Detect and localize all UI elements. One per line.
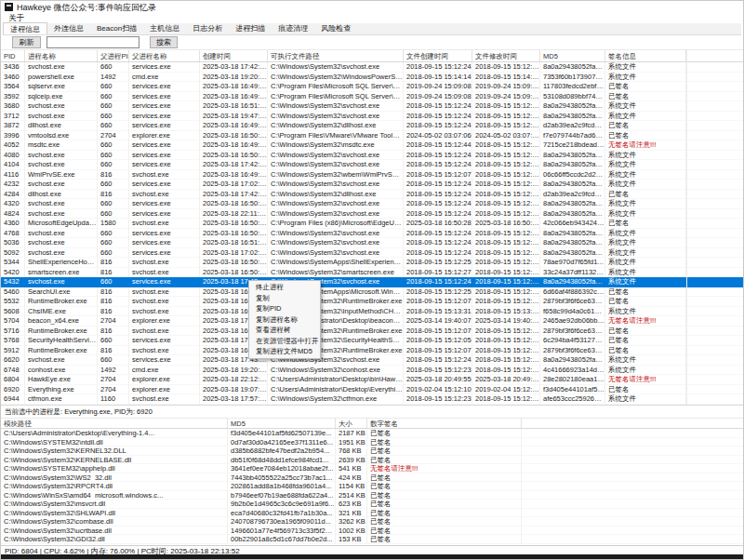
process-row[interactable]: 5532RuntimeBroker.exe816svchost.exe2025-… (1, 297, 744, 307)
module-row[interactable]: C:\Windows\System32\msvcrt.dll9b2b0e1d49… (1, 500, 744, 509)
cell-md5: 8a0a29438052faed8a... (540, 180, 605, 190)
cell-size: 1002 KB (336, 527, 367, 536)
process-row[interactable]: 3436svchost.exe660services.exe2025-03-18… (1, 62, 744, 73)
process-row[interactable]: 4052msdtc.exe660services.exe2025-03-18 1… (1, 140, 744, 151)
cell-_ (686, 151, 744, 161)
column-header[interactable]: 父进程名称 (129, 50, 200, 61)
process-row[interactable]: 4232svchost.exe660services.exe2025-03-18… (1, 180, 744, 190)
process-row[interactable]: 4080svchost.exe660services.exe2025-03-18… (1, 151, 744, 161)
cell-ctime: 2025-03-18 16:50:29 (200, 219, 268, 229)
process-row[interactable]: 4104svchost.exe660services.exe2025-03-18… (1, 160, 744, 170)
module-row[interactable]: C:\Windows\System32\SHLWAPI.dlleca7d4068… (1, 509, 744, 518)
process-row[interactable]: 3460powershell.exe1492cmd.exe2025-03-18 … (1, 73, 744, 83)
column-header[interactable]: 签名信息 (605, 50, 686, 61)
refresh-button[interactable]: 刷新 (12, 36, 41, 48)
process-row[interactable]: 6748conhost.exe1492cmd.exe2025-03-18 19:… (1, 366, 744, 376)
process-row[interactable]: 4320svchost.exe660services.exe2025-03-18… (1, 199, 744, 209)
module-row[interactable]: C:\Windows\System32\combase.dll240708796… (1, 517, 744, 527)
column-header[interactable]: 创建时间 (200, 50, 268, 61)
tab-item-3[interactable]: 主机信息 (143, 22, 186, 34)
process-row[interactable]: 5912RuntimeBroker.exe816svchost.exe2025-… (1, 346, 744, 356)
cell-_ (686, 160, 744, 170)
cell-fctime: 2018-09-15 15:14:14 (404, 73, 472, 83)
cell-pid: 3680 (1, 101, 25, 112)
module-row[interactable]: C:\Windows\System32\GDI32.dll00b22901a8c… (1, 535, 744, 544)
context-menu-item-6[interactable]: 复制进程文件MD5 (249, 346, 320, 357)
context-menu-item-4[interactable]: 查看进程树 (249, 325, 320, 336)
column-header[interactable]: 可执行文件路径 (268, 50, 404, 61)
process-row[interactable]: 5092svchost.exe660services.exe2025-03-18… (1, 248, 744, 259)
module-row[interactable]: C:\Windows\System32\ucrtbase.dll1496601a… (1, 527, 744, 536)
process-row[interactable]: 5768SecurityHealthServic...660services.e… (1, 336, 744, 346)
process-row[interactable]: 6620svchost.exe660services.exe2025-03-18… (1, 355, 744, 366)
process-row[interactable]: 5344ShellExperienceHost.e...816svchost.e… (1, 258, 744, 268)
context-menu-item-3[interactable]: 复制进程名称 (249, 314, 320, 326)
cell-_ (522, 535, 744, 544)
process-row[interactable]: 3996vmtoolsd.exe2704explorer.exe2025-03-… (1, 131, 744, 141)
column-header[interactable]: PID (1, 50, 25, 61)
module-row[interactable]: C:\Windows\System32\WS2_32.dll7443bb4055… (1, 473, 744, 483)
process-row[interactable]: 4284dllhost.exe816svchost.exe2025-03-18 … (1, 190, 744, 200)
context-menu-item-1[interactable]: 复制 (249, 293, 320, 304)
module-table-header: 模块路径MD5大小数字签名 (1, 418, 744, 429)
process-row[interactable]: 3680svchost.exe660services.exe2025-03-18… (1, 101, 744, 112)
process-row[interactable]: 3872dllhost.exe660services.exe2025-03-18… (1, 121, 744, 131)
tab-item-6[interactable]: 痕迹清理 (272, 22, 314, 34)
module-row[interactable]: C:\Windows\SYSTEM32\ntdll.dll0d7af30d0a4… (1, 438, 744, 447)
cell-md5: 7353f60b1739074eb1... (540, 73, 605, 83)
process-row[interactable]: 6920Everything.exe2704explorer.exe2025-0… (1, 385, 744, 395)
column-header[interactable]: 文件修改时间 (472, 50, 540, 61)
cell-pname: svchost.exe (129, 170, 200, 180)
cell-path: C:\Windows\System32\svchost.exe (268, 62, 404, 73)
tab-item-2[interactable]: Beacon扫描 (90, 22, 143, 34)
module-row[interactable]: C:\Windows\System32\RPCRT4.dll202861add8… (1, 482, 744, 491)
tab-item-4[interactable]: 日志分析 (186, 22, 229, 34)
context-menu-item-5[interactable]: 在资源管理器中打开 (249, 336, 320, 347)
process-row[interactable]: 6804HawkEye.exe2704explorer.exe2025-03-1… (1, 375, 744, 385)
process-row-selected[interactable]: 5432svchost.exe660services.exe2025-03-18… (1, 277, 744, 287)
process-row[interactable]: 5460SearchUI.exe816svchost.exe2025-03-18… (1, 287, 744, 298)
column-header[interactable]: 进程名称 (25, 50, 98, 61)
column-header[interactable]: 文件创建时间 (404, 50, 472, 61)
search-button[interactable]: 搜索 (150, 36, 178, 48)
tab-item-5[interactable]: 进程扫描 (229, 22, 272, 34)
module-row[interactable]: C:\Windows\System32\KERNEL32.DLLd385b688… (1, 447, 744, 456)
process-row[interactable]: 3564sqlservr.exe660services.exe2025-03-1… (1, 82, 744, 92)
app-icon (5, 3, 13, 11)
context-menu-item-2[interactable]: 复制PID (249, 303, 320, 314)
tab-item-1[interactable]: 外连信息 (47, 22, 90, 34)
cell-_ (686, 121, 744, 131)
cell-size: 2639 KB (336, 456, 367, 465)
process-row[interactable]: 3592sqlceip.exe660services.exe2025-03-18… (1, 92, 744, 102)
process-row[interactable]: 5608ChsIME.exe816svchost.exe2025-03-18 1… (1, 307, 744, 317)
module-row[interactable]: C:\Users\Administrator\Desktop\Everythin… (1, 429, 744, 438)
column-header[interactable]: 模块路径 (1, 419, 228, 428)
cell-_ (686, 131, 744, 141)
column-header[interactable]: MD5 (540, 50, 605, 61)
column-header[interactable]: MD5 (228, 419, 336, 428)
process-row[interactable]: 3712svchost.exe660services.exe2025-03-18… (1, 112, 744, 122)
cell-ppid: 2704 (98, 131, 129, 141)
module-row[interactable]: C:\Windows\WinSxS\amd64_microsoft.window… (1, 491, 744, 500)
cell-name: svchost.exe (25, 209, 98, 220)
tab-item-7[interactable]: 风险检查 (314, 22, 357, 34)
tab-item-0[interactable]: 进程信息 (3, 22, 47, 34)
process-row[interactable]: 5704beacon_x64.exe2704explorer.exe2025-0… (1, 316, 744, 327)
process-row[interactable]: 6944ctfmon.exe1160svchost.exe2025-03-18 … (1, 394, 744, 405)
context-menu-item-0[interactable]: 终止进程 (249, 282, 320, 293)
process-row[interactable]: 5716RuntimeBroker.exe816svchost.exe2025-… (1, 327, 744, 337)
column-header[interactable]: 大小 (336, 419, 367, 428)
process-row[interactable]: 4824svchost.exe660services.exe2025-03-18… (1, 209, 744, 220)
column-header[interactable] (522, 419, 744, 428)
column-header[interactable] (686, 50, 744, 61)
process-row[interactable]: 4360MicrosoftEdgeUpdate...1580svchost.ex… (1, 219, 744, 229)
process-row[interactable]: 4768svchost.exe660services.exe2025-03-18… (1, 229, 744, 239)
process-row[interactable]: 4116WmiPrvSE.exe816svchost.exe2025-03-18… (1, 170, 744, 180)
search-input[interactable] (46, 36, 140, 48)
process-row[interactable]: 5036svchost.exe660services.exe2025-03-18… (1, 238, 744, 248)
column-header[interactable]: 数字签名 (367, 419, 522, 428)
process-row[interactable]: 5420smartscreen.exe816svchost.exe2025-03… (1, 268, 744, 278)
column-header[interactable]: 父进程PID (98, 50, 129, 61)
module-row[interactable]: C:\Windows\System32\KERNELBASE.dlldb51f0… (1, 456, 744, 465)
module-row[interactable]: C:\Windows\SYSTEM32\apphelp.dll3641ef0ee… (1, 464, 744, 473)
